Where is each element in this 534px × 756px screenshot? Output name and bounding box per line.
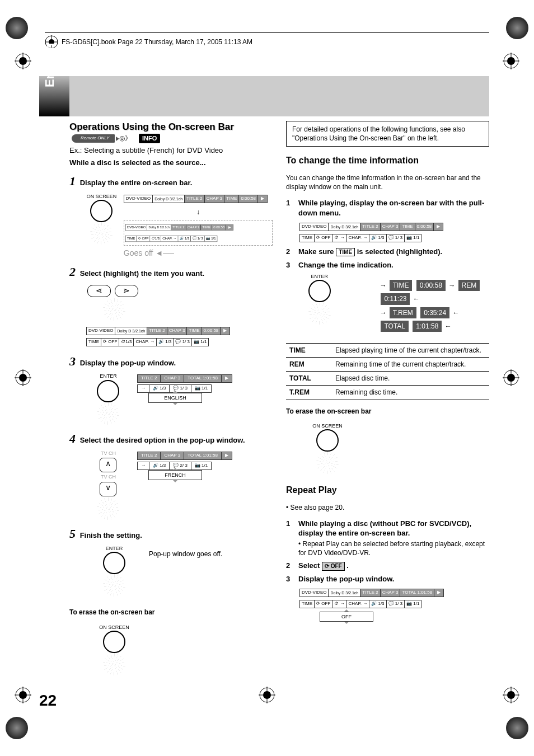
print-corner-icon	[6, 17, 28, 39]
press-rays-icon	[103, 653, 125, 675]
step1-figure: ON SCREEN DVD-VIDEO Dolby D 3/2.1ch TITL…	[86, 193, 273, 258]
erase-figure: ON SCREEN	[86, 624, 273, 675]
chip-arrow-icon: ←	[453, 309, 460, 317]
press-rays-icon	[308, 302, 331, 325]
step-5-text: Finish the setting.	[80, 531, 142, 539]
info-badge: INFO	[139, 134, 160, 143]
title-row: Operations Using the On-screen Bar Remot…	[69, 121, 273, 143]
time-symbol: TIME	[336, 248, 355, 257]
step-3-text: Display the pop-up window.	[80, 359, 176, 367]
chip-arrow-icon: →	[380, 309, 386, 317]
print-corner-icon	[506, 17, 528, 39]
on-screen-button-icon	[103, 631, 125, 653]
press-rays-icon	[90, 222, 113, 245]
step5-figure: ENTER Pop-up window goes off.	[86, 545, 273, 597]
crop-mark-icon	[503, 53, 519, 69]
on-screen-bar-small1: DVD-VIDEO Dolby D 3/2.1ch TITLE 2 CHAP 3…	[125, 224, 233, 231]
step2-bar-row1: DVD-VIDEO Dolby D 3/2.1ch TITLE 2 CHAP 3…	[86, 327, 230, 335]
press-rays-icon	[316, 452, 339, 474]
on-screen-button-icon	[90, 200, 113, 222]
popup-row1: TITLE 2 CHAP 3 TOTAL 1:01:58 ▶	[137, 374, 232, 383]
disc-icons: ◎》	[119, 134, 132, 142]
operations-title: Operations Using the On-screen Bar	[69, 121, 234, 132]
step-1: 1 Display the entire on-screen bar.	[69, 173, 273, 190]
arrow-down-icon: ↓	[124, 208, 273, 217]
repeat-step-3: 3 Display the pop-up window.	[286, 574, 489, 584]
language-dropdown: ENGLISH	[148, 393, 202, 403]
while-note: While a disc is selected as the source..…	[69, 158, 273, 168]
framemaker-header: FS-GD6S[C].book Page 22 Thursday, March …	[45, 32, 489, 49]
table-row: REMRemaining time of the current chapter…	[286, 358, 489, 372]
table-row: T.REMRemaining disc time.	[286, 386, 489, 400]
erase-heading: To erase the on-screen bar	[69, 608, 273, 617]
step-4: 4 Select the desired option in the pop-u…	[69, 430, 273, 447]
crop-mark-icon	[15, 53, 31, 69]
enter-label: ENTER	[100, 373, 117, 379]
enter-label: ENTER	[311, 273, 328, 280]
erase-heading: To erase the on-screen bar	[286, 407, 489, 416]
chip-arrow-icon: ←	[445, 322, 452, 330]
step-2: 2 Select (highlight) the item you want.	[69, 264, 273, 280]
up-button-icon: ∧	[100, 458, 116, 472]
print-corner-icon	[506, 717, 528, 739]
time-step-2: 2 Make sure TIME is selected (highlighte…	[286, 247, 489, 257]
time-info-body: You can change the time information in t…	[286, 173, 489, 191]
repeat-dropdown: OFF	[320, 612, 373, 622]
on-screen-label: ON SCREEN	[99, 624, 129, 631]
repeat-bar-row1: DVD-VIDEO Dolby D 3/2.1ch TITLE 2 CHAP 3…	[299, 589, 444, 597]
down-button-icon: ∨	[100, 482, 116, 496]
enter-button-icon	[97, 380, 119, 402]
tvch-minus-label: TV CH	[101, 473, 116, 480]
tvch-plus-label: TV CH	[101, 450, 116, 457]
step-5: 5 Finish the setting.	[69, 525, 273, 542]
arrow-icon: →	[138, 385, 149, 392]
time-chips: → TIME 0:00:58 → REM 0:11:23 ← → T.REM 0…	[380, 279, 489, 333]
enter-button-icon	[308, 280, 331, 302]
step-4-text: Select the desired option in the pop-up …	[80, 436, 245, 444]
on-screen-button-icon	[316, 429, 339, 452]
left-arrow-button-icon: ⋖	[87, 285, 111, 297]
right-arrow-button-icon: ⋗	[115, 285, 138, 297]
time-step-1: 1 While playing, display the on-screen b…	[286, 198, 489, 218]
crop-mark-icon	[15, 687, 31, 703]
repeat-step-2: 2 Select ⟳ OFF .	[286, 561, 489, 571]
print-corner-icon	[6, 717, 28, 739]
enter-label: ENTER	[106, 545, 123, 552]
crop-mark-icon	[503, 687, 519, 703]
crop-mark-icon	[259, 687, 275, 703]
chip-arrow-icon: ←	[413, 295, 420, 303]
page-number: 22	[39, 690, 57, 711]
repeat-bar-row2: TIME ⟳ OFF ⏱ → CHAP. → 🔊 1/3 💬 1/ 3 📷 1/…	[299, 600, 421, 608]
example-text: Ex.: Selecting a subtitle (French) for D…	[69, 145, 273, 156]
table-row: TOTALElapsed disc time.	[286, 372, 489, 386]
english-tab-label: English	[39, 33, 60, 90]
step-3: 3 Display the pop-up window.	[69, 353, 273, 370]
crop-mark-icon	[15, 369, 31, 386]
right-bar-row1: DVD-VIDEO Dolby D 3/2.1ch TITLE 2 CHAP 3…	[299, 223, 443, 231]
step-2-text: Select (highlight) the item you want.	[80, 269, 204, 278]
step4-figure: TV CH ∧ TV CH ∨ TITLE 2 CHAP 3 TOTAL 1:0…	[86, 450, 273, 519]
time-step-3: 3 Change the time indication.	[286, 260, 489, 270]
popup-off-text: Pop-up window goes off.	[149, 545, 222, 558]
press-rays-icon	[103, 574, 125, 597]
repeat-step-1: 1 While playing a disc (without PBC for …	[286, 519, 489, 557]
left-column: Operations Using the On-screen Bar Remot…	[69, 121, 273, 689]
on-screen-bar-row1: DVD-VIDEO Dolby D 3/2.1ch TITLE 2 CHAP 3…	[124, 195, 268, 203]
step2-figure: ⋖ ⋗ DVD-VIDEO Dolby D 3/2.1ch TITLE 2 CH…	[86, 284, 273, 348]
time-info-heading: To change the time information	[286, 154, 489, 167]
crop-mark-icon	[503, 369, 519, 386]
step-number: 1	[69, 174, 76, 188]
language-dropdown: FRENCH	[148, 470, 202, 480]
step-1-text: Display the entire on-screen bar.	[80, 179, 193, 187]
header-text: FS-GD6S[C].book Page 22 Thursday, March …	[62, 37, 252, 46]
on-screen-bar-small2: TIME ⟳ OFF ⏱1/3 CHAP. → 🔊 1/3 💬 1/ 3 📷 1…	[125, 236, 218, 242]
right-column: For detailed operations of the following…	[286, 121, 489, 689]
goes-off-label: Goes off ◄──	[124, 248, 273, 259]
remote-only-badge: Remote ONLY	[72, 134, 115, 143]
step2-bar-row2: TIME ⟳ OFF ⏱1/3 CHAP. → 🔊 1/3 💬 1/ 3 📷 1…	[86, 338, 209, 346]
table-row: TIMEElapsed playing time of the current …	[286, 343, 489, 357]
time-definitions-table: TIMEElapsed playing time of the current …	[286, 343, 489, 400]
right-bar-row2: TIME ⟳ OFF ⏱ → CHAP. → 🔊 1/3 💬 1/ 3 📷 1/…	[299, 234, 421, 242]
see-also: • See also page 20.	[286, 503, 489, 512]
header-band	[69, 76, 489, 116]
